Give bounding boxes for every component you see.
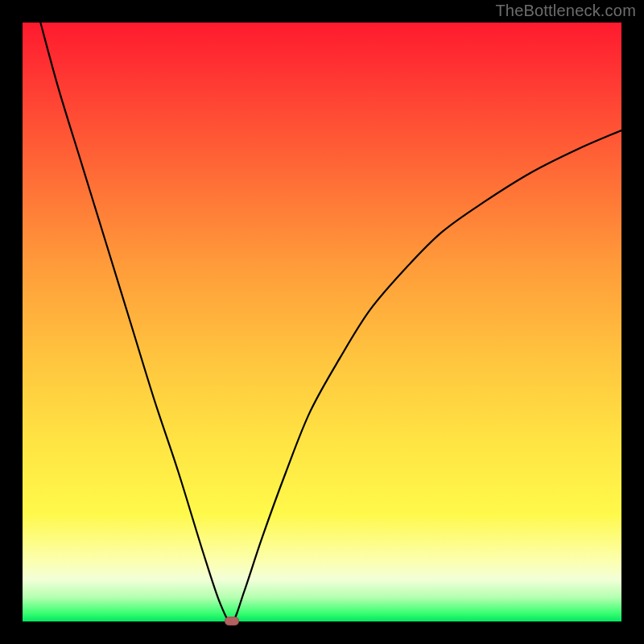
bottleneck-curve <box>23 23 621 621</box>
plot-area <box>23 23 621 621</box>
watermark-text: TheBottleneck.com <box>495 2 636 20</box>
min-marker <box>225 617 239 625</box>
curve-path <box>40 23 621 621</box>
chart-frame: TheBottleneck.com <box>0 0 644 644</box>
